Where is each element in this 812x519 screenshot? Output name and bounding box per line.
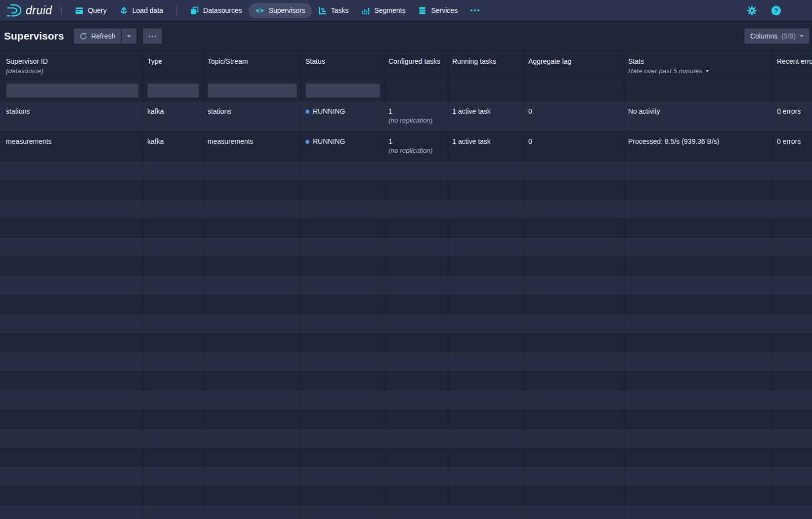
column-header-supervisor-id[interactable]: Supervisor ID (datasource) — [0, 52, 143, 79]
nav-item-query[interactable]: Query — [69, 3, 113, 18]
svg-text:?: ? — [774, 7, 778, 14]
nav-item-label: Supervisors — [269, 6, 305, 14]
eye-icon — [255, 7, 264, 14]
nav-item-datasources[interactable]: Datasources — [184, 3, 249, 18]
navbar: druid Query Load data — [0, 0, 812, 21]
empty-table-row — [0, 333, 812, 352]
refresh-button[interactable]: Refresh — [74, 28, 121, 44]
empty-table-row — [0, 352, 812, 372]
status-text: RUNNING — [313, 107, 345, 116]
nav-divider — [61, 5, 62, 15]
supervisors-table: Supervisor ID (datasource) Type Topic/St… — [0, 52, 812, 519]
brand[interactable]: druid — [6, 3, 54, 18]
empty-table-row — [0, 295, 812, 314]
nav-item-tasks[interactable]: Tasks — [312, 3, 355, 18]
settings-gear-button[interactable] — [747, 5, 757, 16]
nav-item-load-data[interactable]: Load data — [113, 3, 170, 18]
cell-type: kafka — [143, 101, 204, 131]
cell-recent-errors: 0 errors — [773, 131, 812, 161]
chevron-down-icon — [127, 35, 131, 38]
replication-note: (no replication) — [388, 146, 444, 155]
cell-topic-stream: stations — [204, 101, 301, 131]
cell-supervisor-id: measurements — [0, 131, 143, 161]
cell-configured-tasks: 1 (no replication) — [385, 131, 448, 161]
refresh-icon — [80, 33, 87, 40]
columns-label: Columns — [750, 32, 777, 40]
nav-item-label: Tasks — [331, 6, 349, 14]
column-header-aggregate-lag[interactable]: Aggregate lag — [524, 52, 624, 79]
empty-table-row — [0, 429, 812, 448]
empty-table-row — [0, 448, 812, 467]
page-title: Supervisors — [4, 30, 64, 42]
column-header-configured-tasks[interactable]: Configured tasks — [385, 52, 448, 79]
table-body: stations kafka stations RUNNING 1 (no re… — [0, 101, 812, 519]
cell-status: RUNNING — [301, 101, 385, 131]
cell-running-tasks: 1 active task — [448, 101, 524, 131]
column-header-stats[interactable]: Stats Rate over past 5 minutes — [624, 52, 773, 79]
empty-table-row — [0, 218, 812, 238]
table-row-measurements[interactable]: measurements kafka measurements RUNNING … — [0, 131, 812, 161]
cell-recent-errors: 0 errors — [773, 101, 812, 131]
empty-table-row — [0, 276, 812, 295]
nav-item-services[interactable]: Services — [412, 3, 464, 18]
cell-status: RUNNING — [301, 131, 385, 161]
column-header-status[interactable]: Status — [301, 52, 385, 79]
page-header: Supervisors Refresh Columns (9/9) — [0, 21, 812, 52]
cell-supervisor-id: stations — [0, 101, 143, 131]
help-icon: ? — [771, 5, 781, 16]
cell-running-tasks: 1 active task — [448, 131, 524, 161]
columns-picker-button[interactable]: Columns (9/9) — [744, 28, 810, 44]
datasources-icon — [190, 6, 199, 15]
column-header-type[interactable]: Type — [143, 52, 204, 79]
empty-table-row — [0, 372, 812, 391]
empty-table-row — [0, 199, 812, 218]
query-icon — [75, 6, 84, 15]
segments-icon — [361, 6, 370, 15]
cell-aggregate-lag: 0 — [524, 101, 624, 131]
status-dot — [305, 110, 309, 114]
stats-rate-selector[interactable]: Rate over past 5 minutes — [628, 67, 769, 75]
druid-logo-icon — [6, 3, 23, 18]
empty-table-row — [0, 410, 812, 429]
filter-input-topic-stream[interactable] — [208, 83, 297, 98]
tasks-icon — [318, 6, 327, 15]
filter-input-type[interactable] — [147, 83, 199, 98]
status-text: RUNNING — [313, 137, 345, 146]
cell-stats: No activity — [624, 101, 773, 131]
cell-aggregate-lag: 0 — [524, 131, 624, 161]
empty-table-row — [0, 486, 812, 506]
empty-table-row — [0, 314, 812, 334]
nav-item-label: Segments — [374, 6, 405, 14]
refresh-label: Refresh — [91, 32, 115, 40]
table-row-stations[interactable]: stations kafka stations RUNNING 1 (no re… — [0, 101, 812, 131]
table-filter-row — [0, 80, 812, 101]
column-header-topic-stream[interactable]: Topic/Stream — [204, 52, 301, 79]
cell-configured-tasks: 1 (no replication) — [385, 101, 448, 131]
replication-note: (no replication) — [388, 116, 444, 125]
column-header-recent-errors[interactable]: Recent errors — [773, 52, 812, 79]
nav-item-supervisors[interactable]: Supervisors — [249, 3, 312, 18]
ellipsis-icon — [149, 36, 156, 37]
empty-table-row — [0, 180, 812, 200]
chevron-down-icon — [800, 35, 804, 38]
help-button[interactable]: ? — [771, 5, 781, 16]
ellipsis-icon — [470, 9, 479, 11]
nav-more-button[interactable] — [464, 3, 486, 18]
nav-item-label: Load data — [132, 6, 163, 14]
column-header-running-tasks[interactable]: Running tasks — [448, 52, 524, 79]
empty-table-row — [0, 505, 812, 519]
empty-table-row — [0, 238, 812, 257]
more-actions-button[interactable] — [143, 28, 162, 44]
cell-topic-stream: measurements — [204, 131, 301, 161]
filter-input-supervisor-id[interactable] — [6, 83, 139, 98]
filter-input-status[interactable] — [305, 83, 380, 98]
brand-wordmark: druid — [26, 4, 54, 17]
status-dot — [305, 140, 309, 144]
services-icon — [418, 6, 427, 15]
table-header-row: Supervisor ID (datasource) Type Topic/St… — [0, 52, 812, 80]
columns-count: (9/9) — [781, 32, 796, 40]
nav-item-segments[interactable]: Segments — [355, 3, 412, 18]
refresh-interval-button[interactable] — [121, 28, 136, 44]
nav-item-label: Services — [431, 6, 458, 14]
empty-table-row — [0, 257, 812, 276]
